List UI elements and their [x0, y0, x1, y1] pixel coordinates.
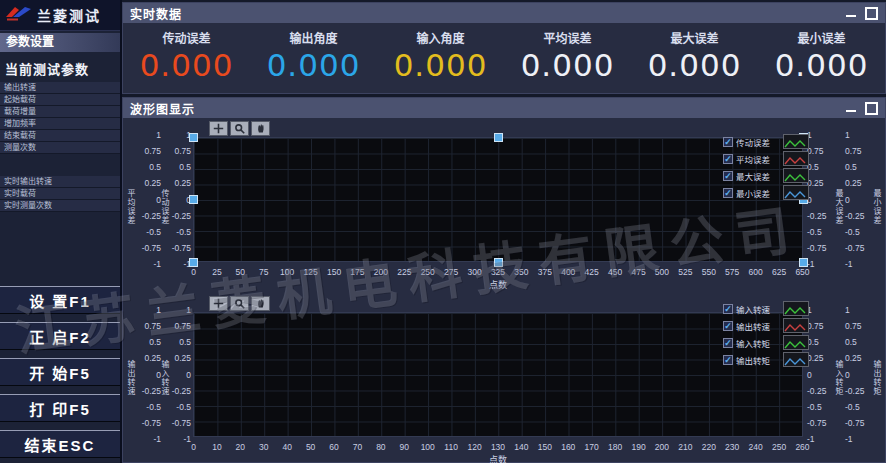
sidebar-item-param[interactable]: 结束载荷	[0, 130, 120, 142]
legend-checkbox[interactable]: ✓	[723, 154, 733, 164]
metric-cell: 输出角度0.000	[250, 23, 377, 93]
x-tick-label: 200	[661, 442, 662, 452]
legend-item: ✓传动误差	[723, 133, 813, 150]
sidebar-item-param[interactable]: 载荷增量	[0, 106, 120, 118]
sidebar-item-param[interactable]: 输出转速	[0, 82, 120, 94]
legend-line-sample-icon	[783, 352, 809, 367]
realtime-panel-title: 实时数据	[130, 5, 182, 22]
legend-checkbox[interactable]: ✓	[723, 338, 733, 348]
plot-area[interactable]	[193, 137, 803, 262]
legend-checkbox[interactable]: ✓	[723, 137, 733, 147]
cursor-tool-icon[interactable]	[209, 121, 228, 136]
y-axis-title: 输出转速	[125, 360, 136, 396]
legend-line-sample-icon	[783, 301, 809, 316]
x-tick-label: 210	[685, 442, 686, 452]
y-axis: 10.750.50.250-0.25-0.5-0.75-1	[169, 306, 191, 443]
maximize-icon[interactable]	[865, 102, 878, 115]
legend-checkbox[interactable]: ✓	[723, 355, 733, 365]
sidebar-item-param[interactable]: 增加频率	[0, 118, 120, 130]
y-tick-label: -0.75	[845, 419, 871, 427]
legend-checkbox[interactable]: ✓	[723, 171, 733, 181]
selection-handle[interactable]	[799, 258, 808, 267]
maximize-icon[interactable]	[865, 7, 878, 20]
x-tick-label: 70	[357, 442, 358, 452]
logo-bar: 兰菱测试	[0, 0, 120, 31]
selection-handle[interactable]	[189, 133, 198, 142]
y-tick-label: 0.5	[169, 163, 191, 171]
sidebar-button[interactable]: 设 置F1	[0, 286, 120, 314]
sidebar-item-param[interactable]: 起始载荷	[0, 94, 120, 106]
y-tick-label: 1	[169, 306, 191, 314]
legend-checkbox[interactable]: ✓	[723, 304, 733, 314]
x-tick-label: 110	[451, 442, 452, 452]
y-tick-label: -0.25	[807, 387, 833, 395]
x-tick-label: 180	[615, 442, 616, 452]
sidebar-button[interactable]: 打 印F5	[0, 394, 120, 422]
legend-item: ✓最小误差	[723, 184, 813, 201]
sidebar-item-realtime-param[interactable]: 实时测量次数	[0, 200, 120, 212]
selection-handle[interactable]	[189, 195, 198, 204]
x-tick-label: 100	[287, 267, 288, 277]
y-tick-label: 0.5	[137, 163, 161, 171]
y-tick-label: -1	[169, 435, 191, 443]
legend-item: ✓平均误差	[723, 150, 813, 167]
metric-cell: 平均误差0.000	[504, 23, 631, 93]
metric-cell: 传动误差0.000	[123, 23, 250, 93]
app-title: 兰菱测试	[37, 5, 101, 25]
y-tick-label: 0.75	[137, 147, 161, 155]
x-tick-label: 0	[193, 442, 194, 452]
zoom-tool-icon[interactable]	[230, 296, 249, 311]
sidebar-item-realtime-param[interactable]: 实时输出转速	[0, 176, 120, 188]
pan-tool-icon[interactable]	[251, 121, 270, 136]
sidebar-section-parameter-settings[interactable]: 参数设置	[0, 33, 120, 52]
x-tick-label: 525	[685, 267, 686, 277]
metric-value: 0.000	[377, 47, 504, 83]
zoom-tool-icon[interactable]	[230, 121, 249, 136]
y-tick-label: 1	[137, 131, 161, 139]
waveform-panel: 波形图显示 10.750.50.250-0.25-0.5-0.75-1平均误差1…	[122, 97, 886, 463]
cursor-tool-icon[interactable]	[209, 296, 228, 311]
sidebar-item-param[interactable]: 测量次数	[0, 142, 120, 154]
x-tick-label: 125	[310, 267, 311, 277]
y-axis-title: 输入转矩	[833, 360, 844, 396]
selection-handle[interactable]	[494, 133, 503, 142]
y-tick-label: 0.75	[137, 322, 161, 330]
y-tick-label: 0.75	[845, 322, 871, 330]
minimize-icon[interactable]	[846, 110, 856, 112]
x-tick-label: 80	[380, 442, 381, 452]
metric-label: 最大误差	[631, 29, 758, 46]
x-tick-label: 170	[591, 442, 592, 452]
y-tick-label: -1	[845, 435, 871, 443]
x-tick-label: 375	[544, 267, 545, 277]
error-chart: 10.750.50.250-0.25-0.5-0.75-1平均误差10.750.…	[123, 119, 885, 294]
sidebar-item-realtime-param[interactable]: 实时载荷	[0, 188, 120, 200]
x-tick-label: 40	[287, 442, 288, 452]
legend-checkbox[interactable]: ✓	[723, 188, 733, 198]
pan-tool-icon[interactable]	[251, 296, 270, 311]
y-axis-title: 最小误差	[871, 189, 882, 225]
x-tick-label: 260	[802, 442, 803, 452]
metric-cell: 最小误差0.000	[758, 23, 885, 93]
x-tick-label: 650	[802, 267, 803, 277]
sidebar-button[interactable]: 结束ESC	[0, 430, 120, 458]
realtime-data-panel: 实时数据 传动误差0.000输出角度0.000输入角度0.000平均误差0.00…	[122, 2, 886, 94]
x-axis: 0255075100125150175200225250275300325350…	[193, 267, 803, 277]
legend-line-sample-icon	[783, 168, 809, 183]
metric-value: 0.000	[123, 47, 250, 83]
minimize-icon[interactable]	[846, 15, 856, 17]
selection-handle[interactable]	[189, 258, 198, 267]
x-tick-label: 475	[638, 267, 639, 277]
plot-area[interactable]	[193, 312, 803, 437]
y-axis-title: 传动误差	[159, 189, 170, 225]
y-axis: 10.750.50.250-0.25-0.5-0.75-1	[137, 306, 161, 443]
sidebar-button[interactable]: 开 始F5	[0, 358, 120, 386]
legend-checkbox[interactable]: ✓	[723, 321, 733, 331]
selection-handle[interactable]	[494, 258, 503, 267]
x-tick-label: 160	[568, 442, 569, 452]
x-tick-label: 600	[755, 267, 756, 277]
y-tick-label: -0.75	[137, 244, 161, 252]
legend-item: ✓最大误差	[723, 167, 813, 184]
sidebar-button[interactable]: 正 启F2	[0, 322, 120, 350]
legend-item: ✓输出转速	[723, 317, 813, 334]
metric-value: 0.000	[250, 47, 377, 83]
